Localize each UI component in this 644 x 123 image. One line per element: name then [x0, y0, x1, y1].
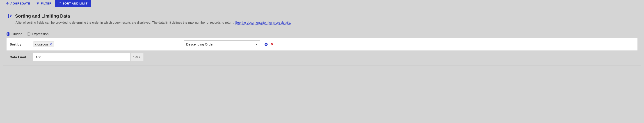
filter-icon — [36, 2, 40, 5]
sort-by-row: Sort by closedon ✕ Descending Order ▼ ✕ — [6, 38, 638, 50]
type-label: 123 — [133, 56, 138, 59]
select-value: Descending Order — [186, 42, 214, 46]
sort-field-chip: closedon ✕ — [33, 42, 54, 47]
tab-bar: AGGREGATE FILTER SORT AND LIMIT — [0, 0, 644, 7]
radio-label: Guided — [12, 32, 22, 36]
radio-expression[interactable]: Expression — [27, 32, 48, 36]
tab-aggregate[interactable]: AGGREGATE — [3, 0, 33, 7]
tab-label: AGGREGATE — [10, 2, 30, 5]
radio-guided[interactable]: Guided — [6, 32, 22, 36]
close-icon[interactable]: ✕ — [50, 42, 52, 46]
radio-label: Expression — [32, 32, 48, 36]
tab-filter[interactable]: FILTER — [33, 0, 55, 7]
radio-checked-icon — [6, 32, 10, 36]
sort-limit-panel: Sorting and Limiting Data A list of sort… — [3, 9, 641, 66]
radio-unchecked-icon — [27, 32, 30, 36]
remove-sort-button[interactable]: ✕ — [270, 42, 274, 46]
sort-icon — [6, 13, 12, 19]
panel-description: A list of sorting fields can be provided… — [16, 20, 638, 25]
tab-sort-and-limit[interactable]: SORT AND LIMIT — [55, 0, 91, 7]
data-limit-type-select[interactable]: 123 ▼ — [130, 54, 144, 61]
sort-by-label: Sort by — [10, 42, 29, 46]
sort-order-select[interactable]: Descending Order ▼ — [184, 40, 260, 48]
description-text: A list of sorting fields can be provided… — [16, 21, 235, 24]
tab-label: SORT AND LIMIT — [62, 2, 88, 5]
layers-icon — [6, 2, 9, 5]
chip-label: closedon — [35, 42, 48, 46]
data-limit-label: Data Limit — [10, 55, 29, 59]
mode-radio-group: Guided Expression — [6, 32, 638, 36]
tab-label: FILTER — [41, 2, 52, 5]
data-limit-row: Data Limit 100 123 ▼ — [6, 53, 638, 61]
divider — [6, 29, 638, 29]
sort-field-input[interactable]: closedon ✕ — [33, 42, 180, 47]
chevron-down-icon: ▼ — [256, 43, 258, 46]
documentation-link[interactable]: See the documentation for more details. — [235, 21, 291, 24]
data-limit-input[interactable]: 100 — [33, 54, 130, 61]
panel-title: Sorting and Limiting Data — [15, 14, 70, 19]
chevron-down-icon: ▼ — [138, 56, 141, 58]
add-sort-button[interactable] — [264, 42, 268, 46]
sort-icon — [58, 2, 61, 5]
